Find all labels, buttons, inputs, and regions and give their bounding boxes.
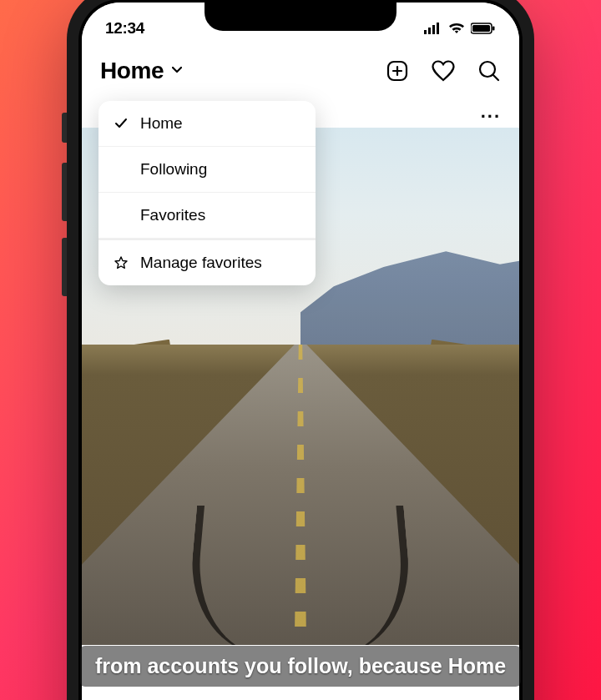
side-button — [62, 238, 67, 296]
dropdown-item-manage-favorites[interactable]: Manage favorites — [98, 239, 316, 285]
activity-heart-icon[interactable] — [431, 59, 456, 83]
feed-dropdown: Home Following Favorites Manage favorite… — [98, 101, 316, 285]
header-actions — [386, 59, 501, 83]
header-title: Home — [100, 58, 164, 84]
dropdown-item-following[interactable]: Following — [98, 147, 316, 193]
wifi-icon — [448, 23, 465, 34]
svg-rect-2 — [432, 25, 435, 34]
check-icon — [114, 117, 129, 130]
svg-rect-6 — [492, 26, 495, 30]
status-time: 12:34 — [105, 19, 144, 38]
post-options-button[interactable]: ... — [481, 108, 501, 116]
svg-rect-5 — [472, 25, 490, 32]
cellular-icon — [424, 23, 442, 34]
screen: 12:34 Home — [82, 3, 519, 701]
svg-rect-1 — [428, 28, 431, 34]
status-indicators — [424, 23, 496, 34]
dropdown-item-label: Favorites — [140, 206, 205, 224]
dropdown-item-favorites[interactable]: Favorites — [98, 193, 316, 239]
side-button — [62, 163, 67, 221]
chevron-down-icon — [170, 63, 184, 79]
star-icon — [114, 256, 129, 269]
dropdown-item-label: Home — [140, 114, 183, 133]
video-caption: from accounts you follow, because Home — [80, 646, 521, 687]
create-post-icon[interactable] — [386, 59, 409, 83]
dropdown-item-home[interactable]: Home — [98, 101, 316, 147]
dropdown-item-label: Manage favorites — [140, 254, 262, 272]
notch — [205, 3, 396, 31]
phone-mockup: 12:34 Home — [67, 0, 534, 700]
search-icon[interactable] — [477, 59, 501, 83]
app-header: Home — [82, 46, 519, 96]
dropdown-item-label: Following — [140, 160, 207, 179]
battery-icon — [471, 23, 496, 34]
side-button — [62, 113, 67, 143]
feed-selector-button[interactable]: Home — [100, 58, 184, 84]
svg-rect-3 — [437, 23, 439, 34]
svg-rect-0 — [424, 30, 427, 34]
